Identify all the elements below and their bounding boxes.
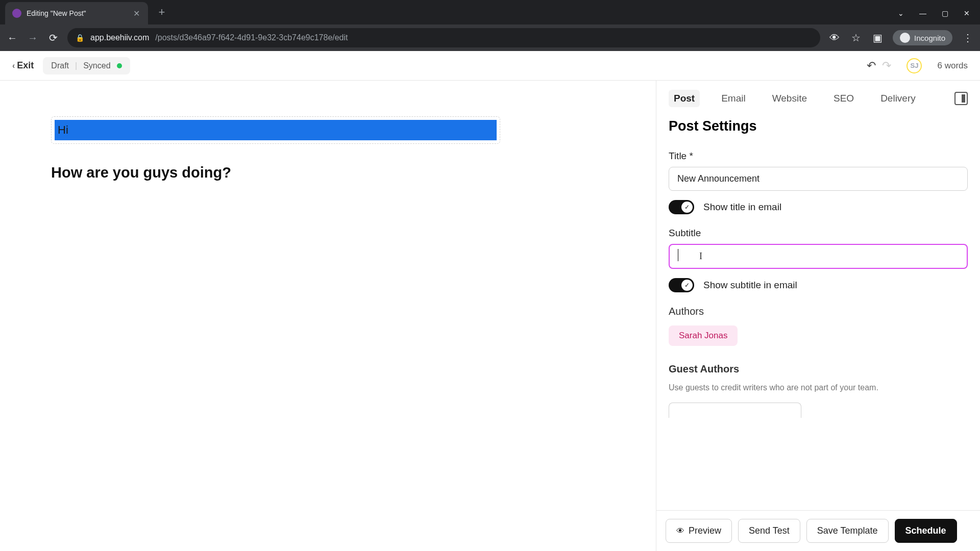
- word-count: 6 words: [937, 61, 968, 71]
- browser-tab-strip: Editing "New Post" ✕ + ⌄ — ▢ ✕: [0, 0, 980, 24]
- content-block[interactable]: Hi: [51, 116, 500, 144]
- settings-sidebar: Post Email Website SEO Delivery Post Set…: [656, 81, 980, 551]
- sidebar-tabs: Post Email Website SEO Delivery: [656, 81, 980, 113]
- panel-toggle-icon[interactable]: [954, 92, 968, 105]
- url-host: app.beehiiv.com: [90, 33, 149, 42]
- guest-author-input[interactable]: [669, 403, 801, 418]
- avatar-initials: SJ: [911, 62, 919, 69]
- app-toolbar: ‹ Exit Draft | Synced ↶ ↷ SJ 6 words: [0, 51, 980, 81]
- close-tab-icon[interactable]: ✕: [132, 9, 141, 18]
- status-draft: Draft: [51, 61, 69, 70]
- redo-icon[interactable]: ↷: [882, 59, 891, 72]
- check-icon: ✓: [681, 202, 693, 213]
- schedule-button[interactable]: Schedule: [895, 519, 957, 543]
- settings-title: Post Settings: [669, 118, 968, 134]
- guest-authors-description: Use guests to credit writers who are not…: [669, 383, 968, 392]
- undo-icon[interactable]: ↶: [867, 59, 876, 72]
- reload-icon[interactable]: ⟳: [47, 32, 59, 44]
- sidebar-footer: 👁 Preview Send Test Save Template Schedu…: [656, 510, 980, 551]
- subtitle-input[interactable]: [669, 244, 968, 269]
- title-input[interactable]: [669, 167, 968, 191]
- guest-authors-label: Guest Authors: [669, 363, 968, 375]
- tab-delivery[interactable]: Delivery: [875, 90, 921, 107]
- favicon-icon: [12, 9, 21, 18]
- main-area: Hi How are you guys doing? Post Email We…: [0, 81, 980, 551]
- lock-icon: 🔒: [76, 34, 84, 42]
- window-controls: ⌄ — ▢ ✕: [898, 2, 980, 24]
- show-subtitle-toggle[interactable]: ✓: [669, 278, 694, 292]
- browser-tab[interactable]: Editing "New Post" ✕: [5, 2, 148, 24]
- tab-post[interactable]: Post: [669, 90, 700, 107]
- chevron-down-icon[interactable]: ⌄: [898, 9, 904, 17]
- subtitle-label: Subtitle: [669, 228, 968, 239]
- avatar[interactable]: SJ: [906, 58, 922, 73]
- preview-label: Preview: [689, 525, 721, 536]
- maximize-icon[interactable]: ▢: [942, 9, 948, 17]
- tab-title: Editing "New Post": [27, 9, 127, 17]
- tab-seo[interactable]: SEO: [828, 90, 859, 107]
- tab-website[interactable]: Website: [767, 90, 812, 107]
- synced-dot-icon: [117, 63, 122, 68]
- exit-button[interactable]: ‹ Exit: [12, 60, 34, 71]
- author-chip[interactable]: Sarah Jonas: [669, 325, 738, 346]
- kebab-menu-icon[interactable]: ⋮: [962, 32, 974, 44]
- browser-address-bar: ← → ⟳ 🔒 app.beehiiv.com/posts/d3e46a97-f…: [0, 24, 980, 51]
- show-subtitle-label: Show subtitle in email: [703, 280, 797, 291]
- status-synced: Synced: [83, 61, 110, 70]
- star-icon[interactable]: ☆: [850, 32, 862, 44]
- forward-icon[interactable]: →: [27, 32, 39, 44]
- highlighted-text[interactable]: Hi: [55, 120, 497, 140]
- send-test-button[interactable]: Send Test: [738, 519, 800, 543]
- editor-pane[interactable]: Hi How are you guys doing?: [0, 81, 656, 551]
- exit-label: Exit: [17, 60, 34, 71]
- authors-label: Authors: [669, 306, 968, 317]
- text-cursor: [678, 249, 678, 261]
- close-window-icon[interactable]: ✕: [964, 9, 970, 17]
- eye-off-icon[interactable]: 👁: [828, 32, 841, 44]
- incognito-label: Incognito: [914, 34, 945, 42]
- chevron-left-icon: ‹: [12, 61, 15, 70]
- check-icon: ✓: [681, 280, 693, 291]
- url-path: /posts/d3e46a97-f642-4d91-9e32-3cb74e9c1…: [155, 33, 348, 42]
- save-template-button[interactable]: Save Template: [806, 519, 889, 543]
- show-title-label: Show title in email: [703, 202, 781, 213]
- eye-icon: 👁: [676, 527, 684, 536]
- incognito-badge[interactable]: Incognito: [893, 30, 952, 45]
- incognito-icon: [900, 33, 910, 43]
- status-pill: Draft | Synced: [43, 57, 130, 74]
- sidebar-body: Post Settings Title * ✓ Show title in em…: [656, 113, 980, 510]
- preview-button[interactable]: 👁 Preview: [666, 519, 732, 543]
- new-tab-button[interactable]: +: [154, 5, 169, 20]
- minimize-icon[interactable]: —: [919, 9, 926, 17]
- text-caret-icon: I: [699, 251, 702, 262]
- extensions-icon[interactable]: ▣: [871, 32, 884, 44]
- show-title-toggle[interactable]: ✓: [669, 200, 694, 214]
- back-icon[interactable]: ←: [6, 32, 18, 44]
- url-bar[interactable]: 🔒 app.beehiiv.com/posts/d3e46a97-f642-4d…: [67, 28, 820, 47]
- status-divider: |: [75, 61, 77, 70]
- tab-email[interactable]: Email: [716, 90, 751, 107]
- title-label: Title *: [669, 151, 968, 162]
- editor-heading[interactable]: How are you guys doing?: [51, 164, 605, 181]
